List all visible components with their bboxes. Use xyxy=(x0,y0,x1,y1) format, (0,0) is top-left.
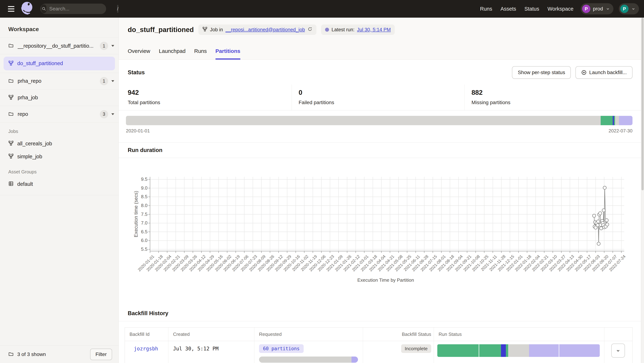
requested-range-bar xyxy=(259,356,358,363)
launch-backfill-button[interactable]: Launch backfill... xyxy=(576,66,632,79)
bar-segment xyxy=(259,356,352,363)
sidebar-title: Workspace xyxy=(0,18,118,38)
chevron-down-icon xyxy=(631,6,636,11)
stat-label: Failed partitions xyxy=(298,100,464,106)
stat-total-partitions: 942 Total partitions xyxy=(119,84,292,110)
menu-icon[interactable] xyxy=(5,2,18,15)
stat-value: 942 xyxy=(128,89,292,96)
deployment-avatar: P xyxy=(582,5,590,13)
sidebar-asset-group-default[interactable]: default xyxy=(0,178,118,190)
sidebar-item-repo[interactable]: repo 3 xyxy=(0,106,118,122)
bar-segment xyxy=(501,344,506,357)
partition-status-bar[interactable] xyxy=(126,116,632,125)
sidebar-item-prha-job[interactable]: prha_job xyxy=(0,90,118,106)
job-origin-link[interactable]: __reposi...artitioned@partitioned_job xyxy=(226,27,305,32)
bar-segment xyxy=(352,356,358,363)
sidebar-selected-item[interactable]: do_stuff_partitioned xyxy=(4,57,115,70)
run-status-bar[interactable] xyxy=(437,344,600,357)
user-menu[interactable]: P xyxy=(619,3,639,14)
job-icon xyxy=(8,140,14,146)
nav-status[interactable]: Status xyxy=(524,6,539,12)
data-point xyxy=(600,227,603,230)
sidebar-job-all-cereals[interactable]: all_cereals_job xyxy=(0,137,118,150)
search-input[interactable] xyxy=(46,6,117,12)
job-tabs: Overview Launchpad Runs Partitions xyxy=(128,48,240,60)
run-status-dot-icon xyxy=(325,28,329,32)
folder-icon xyxy=(8,111,14,117)
run-duration-heading: Run duration xyxy=(119,142,644,158)
requested-partitions-badge[interactable]: 60 partitions xyxy=(259,344,304,353)
caret-down-icon[interactable] xyxy=(111,45,114,47)
data-point xyxy=(606,223,609,226)
nav-workspace[interactable]: Workspace xyxy=(548,6,574,12)
stat-missing-partitions: 882 Missing partitions xyxy=(464,84,644,110)
search-shortcut-key: / xyxy=(117,5,118,13)
bar-segment xyxy=(479,344,501,357)
row-actions-button[interactable] xyxy=(611,344,625,358)
partition-range-end: 2022-07-30 xyxy=(608,128,632,134)
caret-down-icon[interactable] xyxy=(111,80,114,82)
folder-icon xyxy=(8,78,14,84)
search-box[interactable]: / xyxy=(40,4,106,14)
data-point xyxy=(592,214,596,217)
backfill-id-link[interactable]: jozrgsbh xyxy=(125,341,168,352)
data-point xyxy=(602,209,605,212)
data-point xyxy=(605,219,608,222)
plus-circle-icon xyxy=(581,70,586,75)
partition-range-start: 2020-01-01 xyxy=(126,128,150,134)
sidebar-item-label: __repository__do_stuff_partitio... xyxy=(18,43,94,49)
col-requested: Requested xyxy=(254,328,363,341)
dagster-logo-icon[interactable] xyxy=(20,1,34,17)
asset-groups-section-label: Asset Groups xyxy=(0,163,118,178)
bar-segment xyxy=(508,344,529,357)
partition-status-bar-section: 2020-01-01 2022-07-30 xyxy=(119,110,644,142)
count-badge: 1 xyxy=(100,42,108,50)
refresh-icon[interactable] xyxy=(308,26,312,33)
nav-runs[interactable]: Runs xyxy=(480,6,492,12)
nav-assets[interactable]: Assets xyxy=(500,6,516,12)
main-content: do_stuff_partitioned Job in __reposi...a… xyxy=(119,18,641,363)
filter-button[interactable]: Filter xyxy=(90,348,112,360)
job-icon xyxy=(8,60,14,66)
sidebar-job-simple-job[interactable]: simple_job xyxy=(0,150,118,163)
data-point xyxy=(597,242,600,245)
tab-partitions[interactable]: Partitions xyxy=(216,48,240,60)
sidebar-item-do-stuff-partitioned: do_stuff_partitioned xyxy=(0,54,118,73)
partition-stats: 942 Total partitions 0 Failed partitions… xyxy=(119,84,644,110)
show-per-step-status-button[interactable]: Show per-step status xyxy=(512,66,571,79)
bar-segment xyxy=(437,344,479,357)
job-icon xyxy=(8,154,14,160)
top-nav-links: Runs Assets Status Workspace xyxy=(480,6,573,12)
backfill-status-badge: Incomplete xyxy=(401,344,431,353)
bar-segment xyxy=(613,116,614,125)
bar-segment xyxy=(529,344,559,357)
scrollbar-thumb[interactable] xyxy=(642,18,644,190)
tab-launchpad[interactable]: Launchpad xyxy=(159,48,186,60)
y-axis-tick-label: 6.0 xyxy=(131,238,148,243)
sidebar-item-label: prha_job xyxy=(18,94,38,100)
bar-segment xyxy=(615,116,619,125)
sidebar-item-repository-do-stuff[interactable]: __repository__do_stuff_partitio... 1 xyxy=(0,38,118,54)
asset-group-icon xyxy=(8,181,14,187)
sidebar-footer: 3 of 3 shown Filter xyxy=(0,345,118,363)
tab-runs[interactable]: Runs xyxy=(194,48,207,60)
bar-segment xyxy=(559,344,600,357)
col-created: Created xyxy=(168,328,254,341)
col-run-status: Run Status xyxy=(434,328,604,341)
tab-overview[interactable]: Overview xyxy=(128,48,150,60)
bar-segment xyxy=(506,344,508,357)
vertical-scrollbar[interactable] xyxy=(641,18,644,363)
status-section-header: Status Show per-step status Launch backf… xyxy=(119,61,644,84)
chevron-down-icon xyxy=(616,348,621,353)
sidebar-item-prha-repo[interactable]: prha_repo 1 xyxy=(0,73,118,90)
stat-label: Total partitions xyxy=(128,100,292,106)
workspace-sidebar: Workspace __repository__do_stuff_partiti… xyxy=(0,18,119,363)
y-axis-tick-label: 9.5 xyxy=(131,176,148,182)
col-backfill-status: Backfill Status xyxy=(363,328,434,341)
chart-plot-area xyxy=(119,158,644,292)
deployment-switcher[interactable]: P prod xyxy=(581,3,614,14)
caret-down-icon[interactable] xyxy=(111,113,114,115)
y-axis-tick-label: 7.0 xyxy=(131,220,148,226)
col-actions xyxy=(604,328,632,341)
latest-run-link[interactable]: Jul 30, 5:14 PM xyxy=(357,27,391,32)
